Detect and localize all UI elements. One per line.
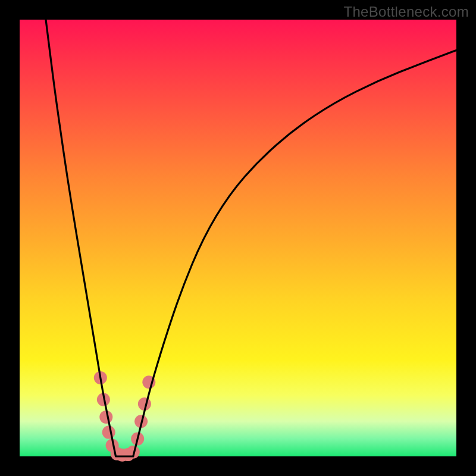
highlight-dots [94,371,155,462]
curve-layer [20,20,456,456]
bottleneck-curve [46,20,456,456]
plot-area [20,20,456,456]
watermark-text: TheBottleneck.com [343,4,469,20]
chart-frame: TheBottleneck.com [0,0,476,476]
highlight-dot [102,426,115,439]
